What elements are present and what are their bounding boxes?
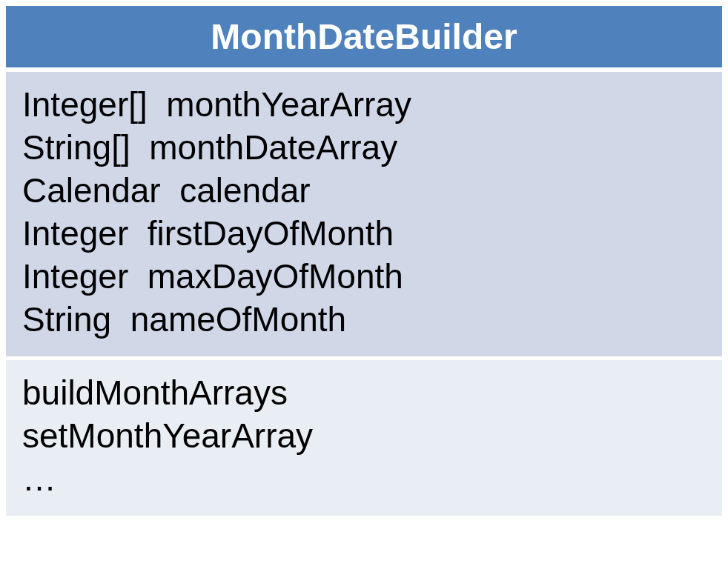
attribute-line: String nameOfMonth — [22, 299, 706, 342]
attribute-line: Integer maxDayOfMonth — [22, 256, 706, 299]
class-name-header: MonthDateBuilder — [6, 6, 722, 72]
uml-class-box: MonthDateBuilder Integer[] monthYearArra… — [6, 6, 722, 516]
operation-line: buildMonthArrays — [22, 372, 706, 415]
attribute-line: Integer[] monthYearArray — [22, 84, 706, 127]
operation-line: … — [22, 458, 706, 501]
attribute-line: String[] monthDateArray — [22, 127, 706, 170]
operations-compartment: buildMonthArrays setMonthYearArray … — [6, 360, 722, 516]
attributes-compartment: Integer[] monthYearArray String[] monthD… — [6, 72, 722, 360]
attribute-line: Calendar calendar — [22, 170, 706, 213]
operation-line: setMonthYearArray — [22, 415, 706, 458]
attribute-line: Integer firstDayOfMonth — [22, 213, 706, 256]
